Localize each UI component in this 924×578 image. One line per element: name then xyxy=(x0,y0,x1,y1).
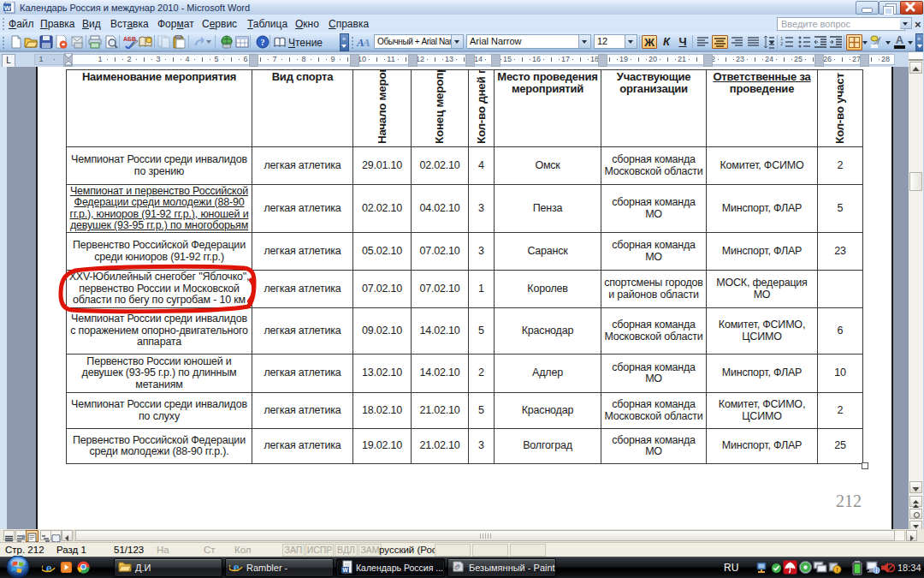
svg-text:W: W xyxy=(342,567,348,573)
svg-text:?: ? xyxy=(261,38,265,47)
svg-text:АБВ: АБВ xyxy=(123,36,136,42)
svg-text:А: А xyxy=(362,36,370,49)
svg-text:e: e xyxy=(234,560,240,574)
svg-text:W: W xyxy=(4,4,11,12)
svg-text:!: ! xyxy=(836,566,838,574)
svg-text:e: e xyxy=(46,561,52,575)
svg-text:2: 2 xyxy=(780,41,784,46)
